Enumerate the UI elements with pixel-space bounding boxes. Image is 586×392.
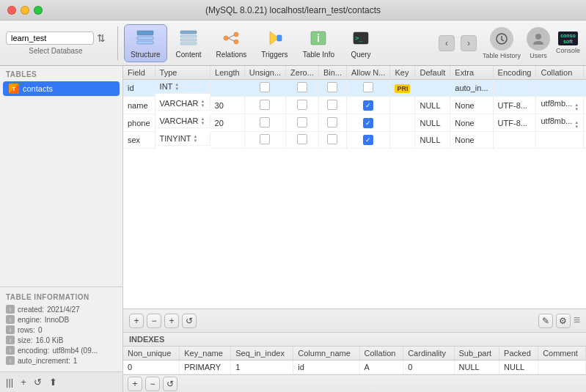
text-cell — [415, 80, 450, 97]
info-section-label: TABLE INFORMATION — [6, 293, 117, 301]
tab-table-info[interactable]: i Table Info — [297, 25, 340, 62]
text-cell: UTF-8... — [493, 114, 536, 132]
info-rows-label: rows: — [18, 326, 35, 334]
field-name-cell[interactable]: id — [123, 80, 155, 97]
sidebar-export-btn[interactable]: ⬆ — [48, 375, 59, 389]
text-cell: 30 — [210, 97, 245, 114]
checkbox-cell[interactable] — [286, 97, 319, 114]
field-type-cell[interactable]: INT▲▼ — [155, 80, 210, 94]
index-cell: PRIMARY — [180, 360, 231, 374]
idx-col-keyname: Key_name — [180, 347, 231, 360]
checkbox-cell[interactable] — [346, 132, 389, 149]
maximize-button[interactable] — [34, 6, 43, 15]
text-cell: NULL — [415, 97, 450, 114]
users-btn[interactable]: Users — [527, 27, 550, 59]
checkbox-cell[interactable] — [318, 132, 346, 149]
info-created-value: 2021/4/27 — [47, 306, 80, 314]
checkbox-cell[interactable] — [346, 80, 389, 97]
database-selector[interactable]: learn_test ⇅ Select Database — [6, 32, 106, 55]
table-history-btn[interactable]: Table History — [483, 27, 521, 59]
gear-field-btn[interactable]: ⚙ — [556, 314, 571, 328]
tab-triggers[interactable]: Triggers — [255, 25, 293, 62]
nav-forward[interactable]: › — [461, 35, 477, 51]
checkbox-cell[interactable] — [346, 97, 389, 114]
tab-content[interactable]: Content — [170, 25, 208, 62]
collation-stepper[interactable]: ▲▼ — [574, 103, 579, 111]
info-icon-size: i — [6, 336, 15, 344]
edit-field-btn[interactable]: ✎ — [538, 314, 553, 328]
field-name-cell[interactable]: sex — [123, 132, 155, 149]
index-cell: 0 — [123, 360, 180, 374]
col-binary: Bin... — [318, 66, 346, 80]
svg-rect-1 — [137, 37, 153, 40]
checkbox-cell[interactable] — [244, 97, 285, 114]
checkbox-cell[interactable] — [286, 132, 319, 149]
nav-back[interactable]: ‹ — [439, 35, 455, 51]
checkbox-cell[interactable] — [318, 114, 346, 132]
sidebar-add-btn[interactable]: + — [19, 375, 28, 389]
collation-stepper[interactable]: ▲▼ — [574, 120, 579, 129]
remove-field-btn[interactable]: − — [147, 314, 161, 328]
svg-point-19 — [535, 34, 541, 40]
refresh-fields-btn[interactable]: ↺ — [182, 314, 197, 328]
collapse-btn[interactable]: ≡ — [574, 314, 580, 328]
indexes-table: Non_unique Key_name Seq_in_index Column_… — [123, 347, 586, 374]
minimize-button[interactable] — [21, 6, 29, 15]
console-btn[interactable]: consosoft Console — [556, 32, 580, 54]
col-default: Default — [415, 66, 450, 80]
remove-index-btn[interactable]: − — [145, 377, 160, 391]
field-name-cell[interactable]: name — [123, 97, 155, 114]
field-type-cell[interactable]: VARCHAR▲▼ — [155, 114, 210, 128]
index-cell: id — [293, 360, 359, 374]
type-stepper[interactable]: ▲▼ — [201, 117, 205, 125]
fields-bottom-toolbar: + − + ↺ ✎ ⚙ ≡ — [123, 308, 586, 332]
field-type-cell[interactable]: TINYINT▲▼ — [155, 132, 210, 146]
tab-structure[interactable]: Structure — [124, 24, 167, 62]
checkbox-cell[interactable] — [318, 97, 346, 114]
table-info-label: Table Info — [303, 51, 334, 59]
sidebar-lines-btn[interactable]: ||| — [4, 375, 15, 389]
indexes-header-row: Non_unique Key_name Seq_in_index Column_… — [123, 347, 586, 360]
tab-query[interactable]: >_ Query — [343, 25, 378, 62]
field-key-cell — [390, 97, 415, 114]
sidebar-refresh-btn[interactable]: ↺ — [32, 375, 43, 389]
add-field-btn[interactable]: + — [129, 314, 144, 328]
svg-rect-6 — [180, 42, 197, 45]
checkbox-cell[interactable] — [286, 80, 319, 97]
type-stepper[interactable]: ▲▼ — [193, 134, 197, 143]
text-cell: None — [450, 97, 493, 114]
console-label: Console — [556, 47, 580, 54]
duplicate-field-btn[interactable]: + — [164, 314, 179, 328]
field-type-cell[interactable]: VARCHAR▲▼ — [155, 97, 210, 111]
tab-relations[interactable]: Relations — [210, 25, 253, 62]
svg-line-11 — [228, 38, 234, 41]
field-name-cell[interactable]: phone — [123, 114, 155, 132]
field-collation-cell[interactable] — [536, 80, 584, 97]
checkbox-cell[interactable] — [244, 114, 285, 132]
info-engine-label: engine: — [18, 316, 42, 324]
refresh-index-btn[interactable]: ↺ — [163, 377, 177, 391]
field-collation-cell[interactable] — [536, 132, 584, 149]
content-icon — [178, 28, 199, 48]
content-label: Content — [176, 51, 202, 59]
checkbox-cell[interactable] — [244, 80, 285, 97]
add-index-btn[interactable]: + — [128, 377, 142, 391]
field-row: sexTINYINT▲▼NULLNone — [123, 132, 586, 149]
database-select[interactable]: learn_test — [6, 32, 94, 45]
sidebar-item-contacts[interactable]: T contacts — [3, 81, 120, 96]
type-stepper[interactable]: ▲▼ — [201, 99, 205, 108]
info-icon-auto: i — [6, 356, 15, 365]
checkbox-cell[interactable] — [244, 132, 285, 149]
checkbox-cell[interactable] — [318, 80, 346, 97]
field-collation-cell[interactable]: utf8mb...▲▼ — [536, 114, 584, 132]
info-auto-increment: i auto_increment: 1 — [6, 355, 117, 366]
checkbox-cell[interactable] — [346, 114, 389, 132]
text-cell: None — [450, 132, 493, 149]
table-icon: T — [9, 84, 19, 94]
sidebar: TABLES T contacts TABLE INFORMATION i cr… — [0, 66, 123, 392]
field-collation-cell[interactable]: utf8mb...▲▼ — [536, 97, 584, 114]
type-stepper[interactable]: ▲▼ — [175, 82, 179, 91]
close-button[interactable] — [7, 6, 16, 15]
svg-point-7 — [224, 36, 228, 40]
checkbox-cell[interactable] — [286, 114, 319, 132]
